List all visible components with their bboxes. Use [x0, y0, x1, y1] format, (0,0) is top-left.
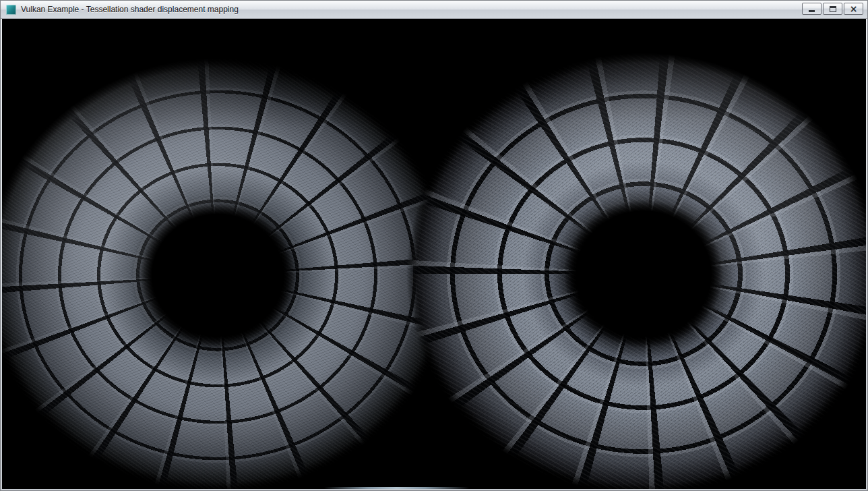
minimize-icon — [809, 10, 815, 12]
bottom-edge-glow — [324, 487, 469, 489]
app-window: Vulkan Example - Tessellation shader dis… — [0, 0, 868, 491]
maximize-button[interactable] — [823, 3, 842, 15]
minimize-button[interactable] — [802, 3, 822, 15]
titlebar[interactable]: Vulkan Example - Tessellation shader dis… — [1, 1, 867, 19]
app-icon[interactable] — [6, 5, 16, 15]
close-button[interactable]: × — [844, 3, 863, 15]
render-viewport[interactable] — [2, 19, 866, 489]
window-controls: × — [802, 3, 863, 15]
torus-displaced — [401, 48, 866, 489]
window-title: Vulkan Example - Tessellation shader dis… — [21, 5, 239, 14]
close-icon: × — [850, 5, 858, 13]
maximize-icon — [830, 6, 836, 12]
torus-flat — [2, 56, 454, 490]
